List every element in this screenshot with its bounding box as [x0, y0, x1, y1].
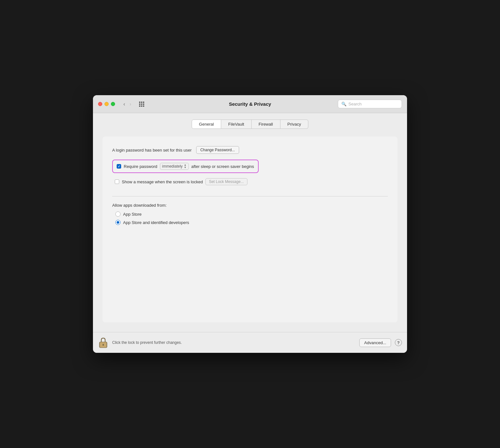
section-divider: [112, 196, 388, 196]
navigation-buttons: ‹ ›: [122, 101, 133, 108]
immediately-dropdown[interactable]: immediately ▲ ▼: [160, 163, 189, 170]
radio-row-app-store: App Store: [115, 212, 388, 217]
after-sleep-text: after sleep or screen saver begins: [191, 164, 254, 169]
advanced-button[interactable]: Advanced...: [359, 338, 391, 347]
tab-privacy[interactable]: Privacy: [280, 120, 309, 129]
require-password-row: Require password immediately ▲ ▼ after s…: [112, 160, 259, 173]
login-password-text: A login password has been set for this u…: [112, 148, 192, 153]
show-message-checkbox[interactable]: [115, 179, 119, 184]
grid-dot: [139, 104, 140, 105]
forward-button[interactable]: ›: [128, 101, 132, 108]
radio-row-app-store-identified: App Store and identified developers: [115, 220, 388, 225]
show-message-label: Show a message when the screen is locked: [122, 179, 203, 184]
grid-view-button[interactable]: [139, 102, 144, 107]
require-password-label: Require password: [124, 164, 157, 169]
title-bar: ‹ › Security & Privacy 🔍: [93, 95, 407, 113]
require-password-checkbox[interactable]: [117, 164, 121, 169]
stepper-arrows: ▲ ▼: [184, 164, 187, 169]
grid-dot: [143, 105, 144, 107]
radio-app-store-identified[interactable]: [115, 220, 121, 225]
immediately-value: immediately: [162, 164, 183, 169]
grid-dot: [139, 105, 140, 107]
window-title: Security & Privacy: [229, 101, 271, 107]
search-icon: 🔍: [341, 102, 346, 106]
traffic-lights: [98, 102, 115, 106]
tab-general[interactable]: General: [192, 120, 221, 129]
general-panel: A login password has been set for this u…: [103, 137, 397, 322]
grid-dot: [143, 102, 144, 103]
allow-apps-radio-group: App Store App Store and identified devel…: [112, 212, 388, 225]
change-password-button[interactable]: Change Password...: [196, 146, 239, 154]
radio-app-store[interactable]: [115, 212, 121, 217]
login-password-row: A login password has been set for this u…: [112, 146, 388, 154]
back-button[interactable]: ‹: [122, 101, 126, 108]
help-button[interactable]: ?: [395, 339, 402, 346]
system-preferences-window: ‹ › Security & Privacy 🔍 General FileVau…: [93, 95, 407, 353]
grid-dot: [143, 104, 144, 105]
radio-app-store-label: App Store: [123, 212, 142, 217]
tab-bar: General FileVault Firewall Privacy: [103, 120, 397, 129]
grid-dot: [141, 104, 142, 105]
grid-dot: [139, 102, 140, 103]
grid-dot: [141, 105, 142, 107]
search-box[interactable]: 🔍: [338, 100, 402, 108]
radio-app-store-identified-label: App Store and identified developers: [123, 220, 189, 225]
tab-firewall[interactable]: Firewall: [252, 120, 280, 129]
close-button[interactable]: [98, 102, 102, 106]
bottom-bar: Click the lock to prevent further change…: [93, 332, 407, 353]
svg-rect-2: [103, 344, 104, 346]
lock-icon[interactable]: [98, 337, 108, 348]
maximize-button[interactable]: [111, 102, 115, 106]
lock-status-text: Click the lock to prevent further change…: [112, 340, 355, 345]
minimize-button[interactable]: [104, 102, 109, 106]
main-content: General FileVault Firewall Privacy A log…: [93, 113, 407, 332]
set-lock-message-button[interactable]: Set Lock Message...: [205, 178, 247, 185]
search-input[interactable]: [348, 102, 398, 106]
allow-apps-label: Allow apps downloaded from:: [112, 203, 388, 208]
grid-dot: [141, 102, 142, 103]
show-message-row: Show a message when the screen is locked…: [112, 177, 388, 187]
tab-filevault[interactable]: FileVault: [221, 120, 252, 129]
